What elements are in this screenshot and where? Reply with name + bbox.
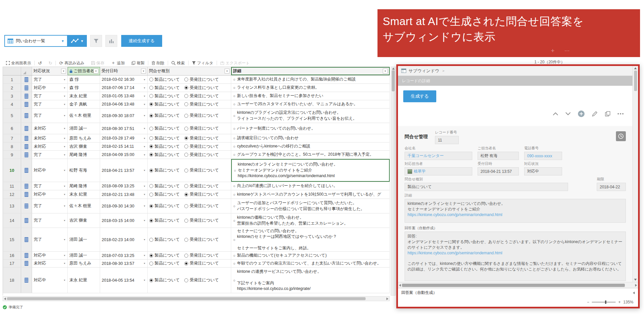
type-cell[interactable]: 製品について受発注について bbox=[148, 190, 231, 199]
radio-icon[interactable] bbox=[149, 254, 153, 258]
table-row[interactable]: 8未対応▼吉沢 獅童2018-02-15 14:11▼製品について受発注について… bbox=[3, 142, 390, 151]
status-cell[interactable]: 未対応▼ bbox=[32, 142, 68, 150]
radio-option-product[interactable]: 製品について bbox=[149, 237, 180, 242]
dropdown-caret-icon[interactable]: ▼ bbox=[143, 193, 146, 196]
detail-link[interactable]: https://kintone.cybozu.com/jp/seminar/on… bbox=[408, 212, 623, 218]
radio-icon[interactable] bbox=[149, 86, 153, 90]
redo-button[interactable]: ↻ bbox=[45, 60, 56, 66]
dropdown-caret-icon[interactable]: ▼ bbox=[63, 95, 66, 97]
detail-cell[interactable]: ○kintone の連携サービスについて問い合わせ。 下記サイトをご案内 htt… bbox=[231, 267, 390, 293]
dropdown-caret-icon[interactable]: ▼ bbox=[143, 238, 146, 241]
radio-option-order[interactable]: 受発注について bbox=[184, 253, 219, 258]
dropdown-caret-icon[interactable]: ▼ bbox=[63, 254, 66, 257]
radio-option-order[interactable]: 受発注について bbox=[184, 203, 219, 209]
dropdown-caret-icon[interactable]: ▼ bbox=[143, 103, 146, 106]
status-cell[interactable]: 完了▼ bbox=[32, 76, 68, 83]
assignee-cell[interactable]: 佐々木 樹里 bbox=[68, 109, 100, 123]
detail-cell[interactable]: ○ユーザーでJSカスタマイズを行いたいが、マニュアルはあるか。 bbox=[231, 100, 390, 108]
record-document-icon[interactable] bbox=[24, 94, 28, 99]
type-cell[interactable]: 製品について受発注について bbox=[148, 267, 231, 293]
dropdown-caret-icon[interactable]: ▼ bbox=[143, 87, 146, 89]
radio-icon[interactable] bbox=[149, 144, 153, 148]
radio-icon[interactable] bbox=[184, 114, 188, 118]
radio-option-order[interactable]: 受発注について bbox=[184, 218, 219, 223]
received-cell[interactable]: 2018-09-30 18:07▼ bbox=[100, 109, 148, 123]
type-cell[interactable]: 製品について受発注について bbox=[148, 123, 231, 134]
row-open-cell[interactable] bbox=[21, 267, 32, 293]
status-cell[interactable]: 対応中▼ bbox=[32, 267, 68, 293]
received-cell[interactable]: 2018-02-15 14:11▼ bbox=[100, 142, 148, 150]
detail-cell[interactable]: ○ユーザーの追加とパスワードポリシーについて質問いただいた。 パスワードポリシー… bbox=[231, 199, 390, 213]
dropdown-caret-icon[interactable]: ▼ bbox=[143, 154, 146, 156]
rep-value[interactable]: 植草学 bbox=[414, 169, 426, 174]
company-value[interactable]: 千葉コールセンター bbox=[405, 152, 472, 160]
received-cell[interactable]: 2018-04-21 13:57▼ bbox=[100, 159, 148, 182]
status-cell[interactable]: 未対応▼ bbox=[32, 134, 68, 142]
received-cell[interactable]: 2018-08-09 13:25▼ bbox=[100, 182, 148, 190]
header-detail[interactable]: 詳細 ▼ bbox=[231, 67, 390, 75]
radio-option-order[interactable]: 受発注について bbox=[184, 183, 219, 189]
received-cell[interactable]: 2018-09-30 14:30▼ bbox=[100, 199, 148, 213]
header-type[interactable]: 問合せ種別 ▼ bbox=[148, 67, 231, 75]
table-row[interactable]: 9完了▼尾崎 隆博2018-04-09 15:00▼製品について受発注について○… bbox=[3, 151, 390, 159]
detail-cell[interactable]: ○kintoneの価格について問い合わせ。 営業担当の訪問を希望したため、営業に… bbox=[231, 213, 390, 228]
radio-icon[interactable] bbox=[149, 204, 153, 208]
edit-record-icon[interactable] bbox=[591, 110, 598, 117]
row-open-cell[interactable] bbox=[21, 190, 32, 199]
record-document-icon[interactable] bbox=[24, 261, 28, 266]
dropdown-caret-icon[interactable]: ▼ bbox=[143, 145, 146, 148]
status-cell[interactable]: 未対応▼ bbox=[32, 260, 68, 267]
dropdown-caret-icon[interactable]: ▼ bbox=[63, 87, 66, 89]
row-open-cell[interactable] bbox=[21, 199, 32, 213]
undo-button[interactable]: ↺ bbox=[35, 60, 45, 66]
status-cell[interactable]: 完了▼ bbox=[32, 199, 68, 213]
dropdown-caret-icon[interactable]: ▼ bbox=[63, 114, 66, 117]
status-cell[interactable]: 対応中▼ bbox=[32, 159, 68, 182]
radio-option-product[interactable]: 製品について bbox=[149, 113, 180, 118]
record-document-icon[interactable] bbox=[24, 126, 28, 131]
detail-cell[interactable]: ○セミナーについての問い合わせ。 kintoneのセミナーは関西地区ではやってい… bbox=[231, 228, 390, 251]
received-cell[interactable]: 2018-04-05 13:54▼ bbox=[100, 267, 148, 293]
radio-icon[interactable] bbox=[184, 262, 188, 266]
zoom-in-button[interactable]: + bbox=[618, 300, 621, 304]
radio-icon[interactable] bbox=[184, 193, 188, 197]
header-select-all[interactable] bbox=[21, 67, 32, 75]
table-row[interactable]: 4完了▼金子 真帆2018-04-06 13:48▼製品について受発注について○… bbox=[3, 100, 390, 109]
received-cell[interactable]: 2018-02-21 13:48▼ bbox=[100, 190, 148, 199]
chevron-right-icon[interactable]: ＞ bbox=[442, 68, 445, 73]
dropdown-caret-icon[interactable]: ▼ bbox=[143, 205, 146, 207]
radio-icon[interactable] bbox=[184, 278, 188, 282]
type-cell[interactable]: 製品について受発注について bbox=[148, 159, 231, 182]
radio-icon[interactable] bbox=[149, 193, 153, 197]
radio-option-order[interactable]: 受発注について bbox=[184, 126, 219, 131]
assignee-cell[interactable]: 末永 妃里 bbox=[68, 190, 100, 199]
detail-cell[interactable]: ○年額でのウェブでの発注方法について、また支払い方法について問い合わせ。 bbox=[231, 260, 390, 267]
assignee-cell[interactable]: 吉沢 獅童 bbox=[68, 213, 100, 228]
row-open-cell[interactable] bbox=[21, 142, 32, 150]
status-cell[interactable]: 完了▼ bbox=[32, 92, 68, 100]
chart-button[interactable] bbox=[105, 35, 117, 47]
radio-option-product[interactable]: 製品について bbox=[149, 261, 180, 266]
history-button[interactable] bbox=[616, 131, 626, 141]
row-open-cell[interactable] bbox=[21, 134, 32, 142]
table-vertical-scrollbar[interactable] bbox=[391, 67, 396, 296]
assignee-cell[interactable]: 尾崎 隆博 bbox=[68, 182, 100, 190]
assignee-cell[interactable]: 清田 誠一 bbox=[68, 228, 100, 251]
radio-option-product[interactable]: 製品について bbox=[149, 203, 180, 209]
radio-icon[interactable] bbox=[184, 86, 188, 90]
radio-option-order[interactable]: 受発注について bbox=[184, 77, 219, 82]
assignee-cell[interactable]: 佐々木 樹里 bbox=[68, 199, 100, 213]
table-row[interactable]: 3完了▼末永 妃里2018-01-05 13:48▼製品について受発注について○… bbox=[3, 92, 390, 100]
radio-option-order[interactable]: 受発注について bbox=[184, 261, 219, 266]
status-cell[interactable]: 対応中▼ bbox=[32, 190, 68, 199]
received-cell[interactable]: 2018-03-28 17:49▼ bbox=[100, 134, 148, 142]
type-cell[interactable]: 製品について受発注について bbox=[148, 134, 231, 142]
radio-option-order[interactable]: 受発注について bbox=[184, 136, 219, 141]
status-filter-dropdown[interactable]: ▼ bbox=[61, 69, 66, 74]
radio-option-order[interactable]: 受発注について bbox=[184, 144, 219, 149]
assignee-cell[interactable]: 森 惇 bbox=[68, 76, 100, 83]
received-cell[interactable]: 2018-03-02 16:30▼ bbox=[100, 76, 148, 83]
radio-icon[interactable] bbox=[184, 94, 188, 98]
radio-option-product[interactable]: 製品について bbox=[149, 126, 180, 131]
radio-icon[interactable] bbox=[184, 78, 188, 81]
